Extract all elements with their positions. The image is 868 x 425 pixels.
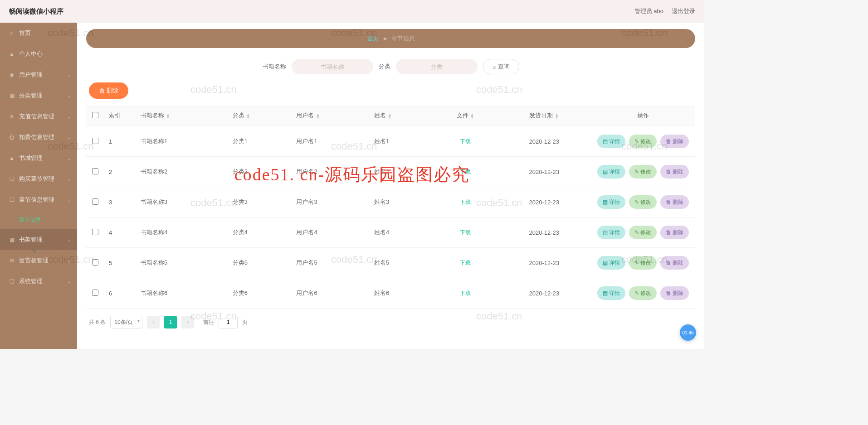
download-link[interactable]: 下载 [460, 169, 471, 175]
goto-page-input[interactable] [219, 316, 238, 328]
cell-index: 6 [104, 278, 136, 309]
chevron-down-icon: ⌄ [67, 156, 71, 161]
trash-icon: 🗑 [99, 87, 105, 94]
admin-label[interactable]: 管理员 abo [634, 7, 663, 15]
sidebar-item[interactable]: ▲书城管理⌄ [0, 148, 77, 169]
col-user[interactable]: 用户名 [296, 112, 314, 119]
col-book[interactable]: 书籍名称 [141, 112, 164, 119]
nav-icon: ▲ [8, 155, 15, 162]
row-checkbox[interactable] [92, 198, 98, 205]
trash-icon: 🗑 [666, 229, 671, 236]
doc-icon: ▤ [603, 260, 608, 266]
col-category[interactable]: 分类 [233, 112, 244, 119]
sidebar-item[interactable]: ≡充值信息管理⌄ [0, 106, 77, 127]
col-index[interactable]: 索引 [109, 112, 121, 119]
time-badge: 01:45 [680, 324, 696, 341]
cell-book: 书籍名称6 [136, 278, 228, 309]
delete-button[interactable]: 🗑 删除 [660, 135, 689, 148]
nav-label: 个人中心 [19, 50, 43, 58]
edit-button[interactable]: ✎ 修改 [629, 165, 657, 179]
detail-button[interactable]: ▤ 详情 [597, 195, 625, 209]
download-link[interactable]: 下载 [460, 199, 471, 205]
download-link[interactable]: 下载 [460, 229, 471, 236]
sort-icon[interactable]: ▲▼ [470, 113, 474, 119]
search-input-category[interactable] [396, 59, 478, 74]
page-number-button[interactable]: 1 [164, 316, 177, 328]
sidebar-subitem-active[interactable]: 章节信息 [0, 210, 77, 229]
breadcrumb-home[interactable]: 首页 [367, 34, 379, 43]
nav-label: 首页 [19, 29, 31, 37]
query-button[interactable]: ⌕ 查询 [483, 59, 519, 74]
header: 畅阅读微信小程序 管理员 abo 退出登录 [0, 0, 704, 23]
bulk-delete-label: 删除 [107, 87, 118, 95]
edit-button[interactable]: ✎ 修改 [629, 256, 657, 270]
bulk-delete-button[interactable]: 🗑 删除 [89, 82, 128, 99]
table-row: 2 书籍名称2 分类2 用户名2 姓名2 下载 2020-12-23 ▤ 详情 … [86, 157, 695, 187]
nav-icon: ≡ [8, 113, 15, 120]
delete-button[interactable]: 🗑 删除 [660, 165, 689, 179]
sort-icon[interactable]: ▲▼ [316, 113, 320, 119]
detail-button[interactable]: ▤ 详情 [597, 135, 625, 148]
sort-icon[interactable]: ▲▼ [246, 113, 250, 119]
sort-icon[interactable]: ▲▼ [555, 113, 559, 119]
detail-button[interactable]: ▤ 详情 [597, 286, 625, 300]
delete-button[interactable]: 🗑 删除 [660, 226, 689, 239]
nav-icon: ▦ [8, 236, 15, 243]
detail-button[interactable]: ▤ 详情 [597, 165, 625, 179]
sidebar-item[interactable]: ▲个人中心 [0, 43, 77, 64]
cell-date: 2020-12-23 [497, 157, 591, 187]
col-file[interactable]: 文件 [457, 112, 468, 119]
sidebar-item[interactable]: ✉留言板管理⌄ [0, 250, 77, 271]
sort-icon[interactable]: ▲▼ [166, 113, 170, 119]
search-input-book[interactable] [292, 59, 373, 74]
edit-button[interactable]: ✎ 修改 [629, 226, 657, 239]
chevron-down-icon: ⌄ [67, 177, 71, 182]
sort-icon[interactable]: ▲▼ [388, 113, 392, 119]
sidebar-item[interactable]: ▦分类管理⌄ [0, 85, 77, 106]
col-name[interactable]: 姓名 [374, 112, 386, 119]
detail-button[interactable]: ▤ 详情 [597, 226, 625, 239]
nav-label: 书城管理 [19, 154, 43, 162]
cell-category: 分类1 [228, 126, 292, 157]
sidebar-item[interactable]: ❑系统管理⌄ [0, 271, 77, 292]
sidebar-item[interactable]: ❑章节信息管理⌄ [0, 189, 77, 210]
cell-index: 2 [104, 157, 136, 187]
edit-button[interactable]: ✎ 修改 [629, 135, 657, 148]
cell-category: 分类4 [228, 217, 292, 248]
row-checkbox[interactable] [92, 259, 98, 266]
page-size-select[interactable]: 10条/页 [110, 316, 142, 328]
edit-button[interactable]: ✎ 修改 [629, 195, 657, 209]
delete-button[interactable]: 🗑 删除 [660, 256, 689, 270]
prev-page-button[interactable]: ‹ [147, 316, 160, 328]
pagination-total: 共 6 条 [89, 319, 106, 326]
sidebar-item[interactable]: ⏻扣费信息管理⌄ [0, 127, 77, 148]
sidebar-item[interactable]: ▦书架管理⌄ [0, 229, 77, 250]
detail-button[interactable]: ▤ 详情 [597, 256, 625, 270]
col-date[interactable]: 发货日期 [529, 112, 553, 119]
nav-label: 扣费信息管理 [19, 133, 54, 141]
delete-button[interactable]: 🗑 删除 [660, 195, 689, 209]
table-row: 6 书籍名称6 分类6 用户名6 姓名6 下载 2020-12-23 ▤ 详情 … [86, 278, 695, 309]
download-link[interactable]: 下载 [460, 260, 471, 266]
download-link[interactable]: 下载 [460, 290, 471, 296]
chevron-down-icon: ⌄ [67, 198, 71, 203]
cell-date: 2020-12-23 [497, 187, 591, 217]
select-all-checkbox[interactable] [92, 112, 98, 118]
download-link[interactable]: 下载 [460, 138, 471, 145]
sidebar-item[interactable]: ◉用户管理⌄ [0, 64, 77, 85]
row-checkbox[interactable] [92, 138, 98, 144]
next-page-button[interactable]: › [181, 316, 194, 328]
sidebar-item[interactable]: ⌂首页 [0, 23, 77, 43]
breadcrumb-current: 章节信息 [391, 34, 415, 43]
row-checkbox[interactable] [92, 168, 98, 174]
app-logo: 畅阅读微信小程序 [9, 7, 63, 16]
sidebar-item[interactable]: ❑购买章节管理⌄ [0, 169, 77, 189]
cell-date: 2020-12-23 [497, 248, 591, 278]
cell-user: 用户名2 [292, 157, 370, 187]
row-checkbox[interactable] [92, 290, 98, 296]
edit-button[interactable]: ✎ 修改 [629, 286, 657, 300]
row-checkbox[interactable] [92, 229, 98, 235]
delete-button[interactable]: 🗑 删除 [660, 286, 689, 300]
cell-name: 姓名5 [370, 248, 434, 278]
logout-link[interactable]: 退出登录 [672, 7, 695, 15]
